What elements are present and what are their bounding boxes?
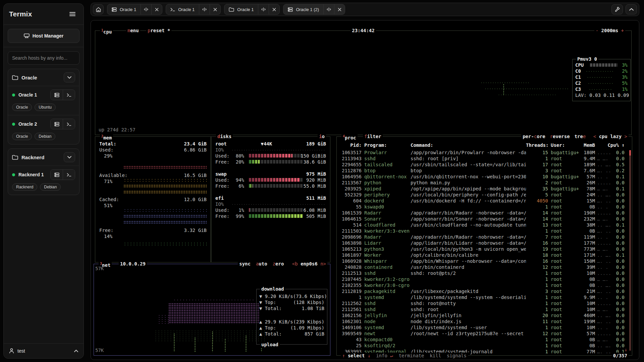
user-footer[interactable]: test	[4, 343, 84, 358]
process-row[interactable]: 2113943sshdsshd: root [priv]1root9.4M… ……	[341, 156, 630, 162]
group-header[interactable]: Racknerd	[8, 149, 79, 166]
cpu-meter	[590, 63, 618, 67]
admin-tools-button[interactable]	[611, 4, 623, 14]
process-row[interactable]: 552329periphery/usr/local/bin/periphery …	[341, 192, 630, 198]
process-row[interactable]: 2102355kworker/3:0-cgro1root0B.. ….0.0	[341, 282, 630, 288]
host-terminal-button[interactable]	[63, 170, 75, 180]
process-row[interactable]: 1062301nodenode dist/index.js11root199M……	[341, 318, 630, 324]
disks-io-toggle[interactable]: io	[318, 133, 326, 139]
host-manager-button[interactable]: Host Manager	[8, 29, 79, 43]
tab-split-button[interactable]	[323, 4, 334, 14]
host-manager-open-button[interactable]	[51, 170, 63, 180]
proc-options[interactable]: per-corereversetree < cpu lazy >	[521, 133, 629, 139]
process-row[interactable]: 1systemd/lib/systemd/systemd --system --…	[341, 294, 630, 300]
mem-graph-bar	[123, 242, 207, 245]
host-manager-open-button[interactable]	[51, 90, 63, 100]
host-name: Oracle 2	[18, 121, 47, 127]
tab-close-button[interactable]	[210, 4, 220, 14]
process-row[interactable]: 55kswapd01root0B.. . .0.0	[341, 204, 630, 210]
disk-name-row: root▼44K189 GiB	[215, 141, 326, 147]
process-row[interactable]: 2112562sshdsshd: root@notty1root10M.....…	[341, 300, 630, 306]
update-interval-control[interactable]: - 2000ms +	[594, 27, 625, 34]
process-row[interactable]: 203925xpiped/opt/xpipe/app/bin/xpiped --…	[341, 186, 630, 192]
process-row[interactable]: 1061897Worker/opt/calibre/bin/calibre18r…	[341, 252, 630, 258]
process-row[interactable]: 43kcompactd01root0B… ….0.0	[341, 337, 630, 343]
tab-close-button[interactable]	[334, 4, 345, 14]
process-row[interactable]: 2112876btopbtop3root7.6M…. ..0.2	[341, 168, 630, 174]
tab-label-area[interactable]: Oracle 1 (2)	[283, 7, 323, 12]
process-row[interactable]: 2112513sshdsshd: root@pts/21root10M.....…	[341, 270, 630, 276]
process-row[interactable]: 1063517Prowlarr/app/prowlarr/bin/Prowlar…	[341, 149, 630, 156]
process-row[interactable]: 604dockerd/usr/bin/dockerd -H fd:// --co…	[341, 198, 630, 204]
btop-disks-box: disks io root▼44K189 GiBIO%Used:80%150 G…	[211, 136, 330, 262]
host-manager-open-button[interactable]	[51, 119, 63, 129]
home-button[interactable]	[93, 4, 104, 14]
process-row[interactable]: 2112561sshdsshd: root1root10M… ….0.0	[341, 306, 630, 312]
tab-split-button[interactable]	[199, 4, 210, 14]
cpu-meter-box: Pmuv3 0 CPU3%C02%C13%C25%C31% LAV: 0.03 …	[572, 59, 631, 101]
process-row[interactable]: 1065213python3/usr/local/bin/python3 -m …	[341, 246, 630, 252]
mem-graph-bar	[123, 184, 207, 188]
mem-graph-bar	[123, 166, 207, 169]
cpu-menu-button[interactable]: menu	[126, 27, 140, 34]
host-row[interactable]: Racknerd 1 Racknerd Debian	[8, 166, 79, 195]
proc-option[interactable]: tree	[575, 134, 586, 139]
process-row[interactable]: 2112819packagekitd/usr/libexec/packageki…	[341, 288, 630, 294]
tab-split-button[interactable]	[258, 4, 269, 14]
net-arrow-icon: ▲	[259, 325, 262, 331]
process-list[interactable]: 1063517Prowlarr/app/prowlarr/bin/Prowlar…	[341, 149, 630, 355]
process-row[interactable]: 2098696Radarr/app/radarr/bin/Radarr -nob…	[341, 234, 630, 240]
net-option[interactable]: sync	[239, 261, 251, 266]
proc-option[interactable]: per-core	[523, 134, 545, 139]
tab-label-area[interactable]: Oracle 1	[107, 7, 141, 12]
host-row[interactable]: Oracle 1 Oracle Ubuntu	[8, 86, 79, 115]
group-header[interactable]: Oracle	[8, 69, 79, 86]
tab-close-button[interactable]	[269, 4, 279, 14]
tab-label-area[interactable]: Oracle 1	[166, 7, 199, 12]
net-option[interactable]: auto	[256, 261, 267, 266]
net-option[interactable]: zero	[273, 261, 284, 266]
terminal-pane[interactable]: 1cpu menu preset * 23:44:42 - 2000ms + P…	[91, 20, 639, 360]
collapse-topbar-button[interactable]	[626, 4, 637, 14]
search-input[interactable]	[8, 51, 79, 65]
host-row[interactable]: Oracle 2 Oracle Debian	[8, 115, 79, 144]
process-row[interactable]: 1063898Lidarr/app/lidarr/bin/Lidarr -nob…	[341, 240, 630, 246]
process-row[interactable]: 2294655tailscaled/usr/sbin/tailscaled --…	[341, 162, 630, 168]
process-row[interactable]: 1061539Radarr/app/radarr/bin/Radarr -nob…	[341, 210, 630, 216]
host-terminal-button[interactable]	[63, 119, 75, 129]
process-row[interactable]: 1062156jellyfin/jellyfin/jellyfin20root4…	[341, 312, 630, 318]
sidebar-menu-button[interactable]	[67, 8, 78, 20]
net-speed-row: ▲29.9 KiB/s(239 Kibps)	[259, 319, 324, 325]
net-controls[interactable]: syncautozero <b enp0s6 n>	[238, 261, 327, 267]
chevron-up-icon[interactable]	[74, 350, 78, 352]
server-icon	[24, 34, 30, 38]
mem-stat-pct: 14%	[104, 233, 207, 239]
proc-footer[interactable]: ↑ select ↓ info ↵ terminate kill signals	[341, 353, 468, 359]
process-row[interactable]: 1064615Sonarr/app/sonarr/bin/Sonarr -nob…	[341, 216, 630, 222]
process-row[interactable]: 1060928Whisparr/app/bin/Whisparr --nobro…	[341, 258, 630, 264]
host-groups: Oracle Oracle 1 Oracle Ubuntu	[4, 69, 84, 343]
process-row[interactable]: 2111503kworker/3:3-even1root0B…. ..0.0	[341, 228, 630, 234]
proc-option[interactable]: reverse	[550, 134, 570, 139]
disk-size: 189 GiB	[306, 141, 326, 147]
process-row[interactable]: 25ksoftirqd/21root0B.. ….0.0	[341, 343, 630, 349]
group-collapse-button[interactable]	[64, 152, 75, 162]
process-row[interactable]: 2113567pythonpython main.py2root26M.....…	[341, 180, 630, 186]
group-collapse-button[interactable]	[64, 72, 75, 82]
cpu-preset-button[interactable]: preset *	[146, 27, 171, 34]
process-row[interactable]: 514cloudflared/usr/bin/cloudflared --no-…	[341, 222, 630, 228]
host-terminal-button[interactable]	[63, 90, 75, 100]
process-row[interactable]: 1469106systemd/lib/systemd/systemd --use…	[341, 324, 630, 330]
disk-size: 975 MiB	[306, 171, 326, 177]
process-row[interactable]: 2107445kworker/3:2-cgro1root0B… ….0.0	[341, 276, 630, 282]
process-row[interactable]: 3969549newt/root/newt --id z3rtyep2175u8…	[341, 330, 630, 337]
process-row[interactable]: 240828containerd/usr/bin/containerd12roo…	[341, 264, 630, 270]
process-row[interactable]: 1064956qbittorrent-nox/usr/bin/qbittorre…	[341, 174, 630, 180]
proc-filter-button[interactable]: filter	[363, 133, 383, 139]
net-speed-row: ▼Top:(128 Kibps)	[259, 299, 324, 305]
tab-split-button[interactable]	[141, 4, 151, 14]
tab-close-button[interactable]	[151, 4, 162, 14]
proc-scrollbar[interactable]	[629, 150, 631, 351]
tab-label-area[interactable]: Oracle 1	[224, 7, 258, 12]
host-manager-section: Host Manager	[4, 25, 84, 47]
